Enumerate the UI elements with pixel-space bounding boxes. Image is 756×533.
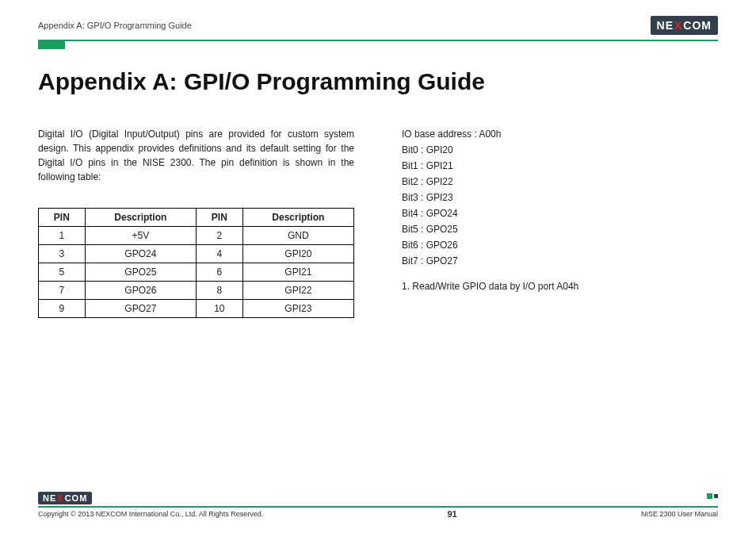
page-header: Appendix A: GPI/O Programming Guide NEXC… (38, 16, 718, 35)
footer-accent-icon (707, 493, 718, 499)
cell: 8 (196, 282, 242, 300)
cell: 2 (196, 227, 242, 245)
cell: 5 (39, 263, 86, 282)
page-footer: NEXCOM Copyright © 2013 NEXCOM Internati… (38, 490, 718, 519)
bit-line: Bit0 : GPI20 (402, 143, 718, 157)
brand-text-right: COM (65, 493, 88, 503)
left-column: Digital I/O (Digital Input/Output) pins … (38, 127, 354, 318)
footer-brand-logo: NEXCOM (38, 492, 92, 504)
table-row: 3 GPO24 4 GPI20 (39, 245, 354, 263)
copyright-text: Copyright © 2013 NEXCOM International Co… (38, 510, 263, 518)
brand-logo: NEXCOM (651, 16, 718, 35)
cell: 4 (196, 245, 242, 263)
header-rule (38, 40, 718, 41)
cell: GPI21 (242, 263, 353, 282)
col-header-pin-b: PIN (196, 209, 242, 227)
cell: GPI23 (242, 300, 353, 318)
brand-text-left: NE (43, 493, 56, 503)
cell: GND (242, 227, 353, 245)
breadcrumb: Appendix A: GPI/O Programming Guide (38, 21, 192, 30)
io-base-address: IO base address : A00h (402, 127, 718, 141)
col-header-desc-b: Description (242, 209, 353, 227)
brand-text-x: X (674, 19, 682, 32)
brand-text-x: X (57, 493, 63, 503)
pin-definition-table: PIN Description PIN Description 1 +5V 2 … (38, 208, 354, 318)
cell: GPO26 (85, 282, 196, 300)
bit-line: Bit7 : GPO27 (402, 254, 718, 268)
cell: 3 (39, 245, 86, 263)
content-columns: Digital I/O (Digital Input/Output) pins … (38, 127, 718, 318)
bit-line: Bit5 : GPO25 (402, 222, 718, 236)
cell: 6 (196, 263, 242, 282)
header-accent-block (38, 41, 65, 49)
bit-line: Bit2 : GPI22 (402, 174, 718, 189)
right-column: IO base address : A00h Bit0 : GPI20 Bit1… (402, 127, 718, 318)
table-header-row: PIN Description PIN Description (39, 209, 354, 227)
intro-paragraph: Digital I/O (Digital Input/Output) pins … (38, 127, 354, 184)
bit-line: Bit3 : GPI23 (402, 190, 718, 205)
square-icon (714, 494, 718, 498)
brand-text-left: NE (657, 19, 674, 32)
col-header-pin-a: PIN (39, 209, 86, 227)
table-row: 9 GPO27 10 GPI23 (39, 300, 354, 318)
cell: 9 (39, 300, 86, 318)
square-icon (707, 493, 712, 499)
cell: 1 (39, 227, 86, 245)
io-note: 1. Read/Write GPIO data by I/O port A04h (402, 279, 718, 293)
bit-line: Bit6 : GPO26 (402, 238, 718, 252)
manual-name: NISE 2300 User Manual (641, 510, 718, 518)
col-header-desc-a: Description (85, 209, 196, 227)
page-title: Appendix A: GPI/O Programming Guide (38, 68, 718, 95)
brand-text-right: COM (683, 19, 712, 32)
cell: 10 (196, 300, 242, 318)
page-number: 91 (447, 509, 456, 519)
cell: +5V (85, 227, 196, 245)
table-row: 7 GPO26 8 GPI22 (39, 282, 354, 300)
bit-line: Bit1 : GPI21 (402, 159, 718, 173)
cell: GPI22 (242, 282, 353, 300)
table-row: 5 GPO25 6 GPI21 (39, 263, 354, 282)
cell: GPO24 (85, 245, 196, 263)
cell: GPO27 (85, 300, 196, 318)
table-row: 1 +5V 2 GND (39, 227, 354, 245)
cell: GPI20 (242, 245, 353, 263)
cell: 7 (39, 282, 86, 300)
footer-row: Copyright © 2013 NEXCOM International Co… (38, 509, 718, 519)
footer-rule (38, 506, 718, 508)
bit-line: Bit4 : GPO24 (402, 206, 718, 220)
cell: GPO25 (85, 263, 196, 282)
